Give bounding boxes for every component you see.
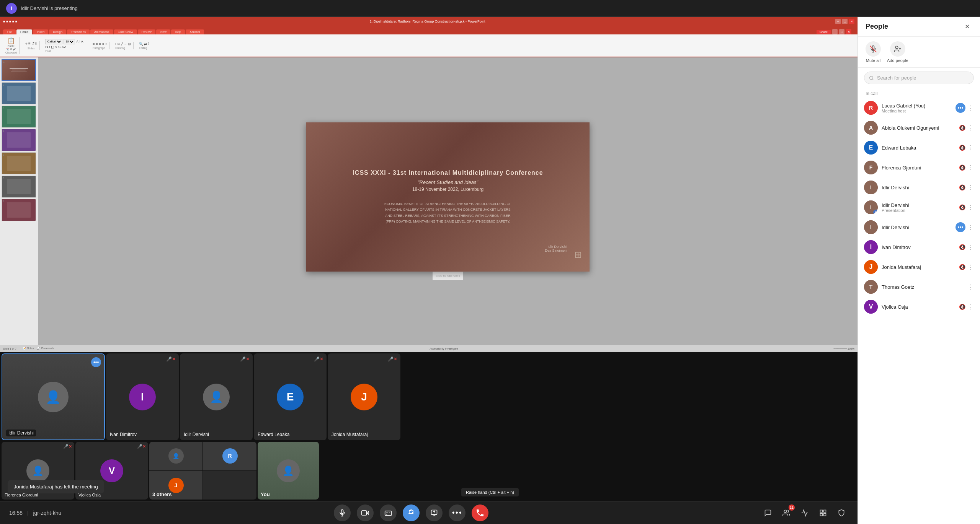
- new-slide-icon[interactable]: +: [25, 41, 28, 47]
- more-florenca[interactable]: ⋮: [968, 164, 974, 171]
- find-icon[interactable]: 🔍: [139, 42, 143, 46]
- arrange-icon[interactable]: ⊞: [128, 42, 131, 46]
- hang-up-btn[interactable]: [472, 504, 488, 521]
- more-options-btn[interactable]: •••: [449, 504, 466, 521]
- more-idlir3[interactable]: ⋮: [968, 224, 974, 231]
- slides-group: + ≡ ↺ § Slides: [23, 41, 40, 50]
- shadow-btn[interactable]: S: [58, 45, 60, 49]
- ppt-tab-insert[interactable]: Insert: [33, 29, 48, 34]
- ppt-close-btn[interactable]: ✕: [849, 19, 854, 24]
- more-idlir-pres[interactable]: ⋮: [968, 204, 974, 211]
- chat-btn[interactable]: [761, 506, 775, 520]
- ppt-maximize-btn[interactable]: □: [842, 19, 848, 24]
- ppt-tab-animations[interactable]: Animations: [90, 29, 113, 34]
- copy-icon[interactable]: ⧉: [10, 48, 12, 51]
- captions-btn[interactable]: [380, 504, 397, 521]
- ppt-win-close[interactable]: ✕: [846, 29, 851, 34]
- slide-thumb-7[interactable]: 7: [2, 199, 36, 221]
- columns-icon[interactable]: ⫾: [105, 42, 107, 46]
- ppt-ribbon-close[interactable]: ─: [832, 29, 838, 34]
- ppt-tab-design[interactable]: Design: [49, 29, 66, 34]
- name-vjollca: Vjollca Osja: [882, 304, 955, 310]
- char-spacing-btn[interactable]: AV: [62, 45, 66, 49]
- more-lucas[interactable]: ⋮: [968, 104, 974, 112]
- replace-icon[interactable]: ⇄: [144, 42, 147, 46]
- slide-thumb-3[interactable]: 3: [2, 106, 36, 128]
- font-increase-icon[interactable]: A↑: [76, 40, 80, 43]
- font-size-select[interactable]: 18: [64, 39, 75, 44]
- mute-all-btn[interactable]: Mute all: [866, 41, 881, 63]
- ppt-tab-acrobat[interactable]: Acrobat: [186, 29, 204, 34]
- share-btn[interactable]: [426, 504, 443, 521]
- microphone-btn[interactable]: [334, 504, 351, 521]
- more-jonida[interactable]: ⋮: [968, 264, 974, 271]
- more-ivan[interactable]: ⋮: [968, 244, 974, 251]
- cut-icon[interactable]: ✂️: [6, 48, 10, 51]
- ppt-tab-file[interactable]: File: [3, 29, 16, 34]
- apps-btn[interactable]: [816, 506, 830, 520]
- slide-thumb-5[interactable]: 5: [2, 152, 36, 174]
- ppt-zoom-controls[interactable]: ─────── 102%: [833, 347, 854, 350]
- more-edward[interactable]: ⋮: [968, 144, 974, 151]
- more-vjollca[interactable]: ⋮: [968, 303, 974, 311]
- shape-line[interactable]: ╱: [121, 42, 123, 46]
- align-left-icon[interactable]: ≡: [93, 42, 95, 46]
- paste-icon[interactable]: 📋: [7, 37, 15, 44]
- slide-thumb-4[interactable]: 4: [2, 129, 36, 151]
- ppt-tab-view[interactable]: View: [156, 29, 170, 34]
- badge-lucas[interactable]: •••: [956, 103, 965, 113]
- shape-oval[interactable]: ○: [118, 42, 120, 46]
- search-input[interactable]: [877, 75, 969, 81]
- badge-idlir3[interactable]: •••: [956, 222, 965, 232]
- people-close-btn[interactable]: ✕: [962, 21, 972, 32]
- bold-btn[interactable]: B: [45, 45, 48, 49]
- mute-all-icon: [866, 41, 881, 57]
- ppt-tab-slideshow[interactable]: Slide Show: [114, 29, 137, 34]
- align-right-icon[interactable]: ≡: [99, 42, 101, 46]
- slide-thumb-6[interactable]: 6: [2, 176, 36, 198]
- ppt-ribbon-min[interactable]: □: [839, 29, 844, 34]
- video-card-idlir: 👤 ••• Idlir Dervishi: [2, 353, 105, 440]
- more-thomas[interactable]: ⋮: [968, 283, 974, 291]
- reset-icon[interactable]: ↺: [31, 41, 34, 47]
- ppt-comments-btn[interactable]: 💬 Comments: [37, 347, 54, 350]
- ppt-share-btn[interactable]: Share: [817, 30, 831, 34]
- ppt-tab-help[interactable]: Help: [171, 29, 185, 34]
- shape-arrow[interactable]: →: [124, 42, 127, 46]
- strikethrough-btn[interactable]: S: [55, 45, 57, 49]
- camera-btn[interactable]: [357, 504, 374, 521]
- font-decrease-icon[interactable]: A↓: [81, 40, 85, 43]
- align-center-icon[interactable]: ≡: [96, 42, 98, 46]
- ppt-minimize-btn[interactable]: ─: [835, 19, 841, 24]
- ppt-notes-placeholder[interactable]: Click to add notes: [436, 274, 460, 278]
- more-idlir1[interactable]: ⋮: [968, 184, 974, 191]
- italic-btn[interactable]: I: [49, 45, 50, 49]
- ppt-window-title: 1. Dipsh shtritare; Radhoni; Regina Grou…: [21, 20, 834, 23]
- add-people-btn[interactable]: Add people: [887, 41, 908, 63]
- raise-hand-btn[interactable]: [403, 504, 420, 521]
- ppt-notes-btn[interactable]: 📝 Notes: [23, 347, 34, 350]
- ppt-tab-transitions[interactable]: Transitions: [67, 29, 90, 34]
- slide-thumb-1[interactable]: 1: [2, 59, 36, 81]
- font-group: Calibri 18 A↑ A↓ B I U S S: [43, 39, 87, 52]
- format-painter-icon[interactable]: 🖌: [13, 48, 16, 51]
- ppt-tab-home[interactable]: Home: [16, 29, 32, 34]
- slide-body: ECONOMIC BENEFIT OF STRENGTHENING THE 50…: [384, 201, 511, 225]
- font-family-select[interactable]: Calibri: [45, 39, 62, 44]
- justify-icon[interactable]: ≡: [102, 42, 104, 46]
- ppt-accessibility-btn[interactable]: Accessibility Investigate: [430, 347, 458, 350]
- more-btn-1[interactable]: •••: [91, 357, 101, 367]
- svg-rect-8: [820, 510, 822, 512]
- shape-rect[interactable]: □: [115, 42, 117, 46]
- ppt-tab-review[interactable]: Review: [138, 29, 155, 34]
- security-btn[interactable]: [835, 506, 848, 520]
- underline-btn[interactable]: U: [51, 45, 54, 49]
- presentation-area: ■ ■ ■ ■ ■ 1. Dipsh shtritare; Radhoni; R…: [0, 17, 858, 352]
- layout-icon[interactable]: ≡: [28, 41, 31, 47]
- more-abiola[interactable]: ⋮: [968, 124, 974, 132]
- slide-thumb-2[interactable]: 2: [2, 82, 36, 104]
- name-idlir3: Idlir Dervishi: [882, 225, 952, 230]
- section-icon[interactable]: §: [35, 41, 38, 47]
- select-icon[interactable]: ⤴: [148, 42, 150, 46]
- activity-btn[interactable]: [798, 506, 812, 520]
